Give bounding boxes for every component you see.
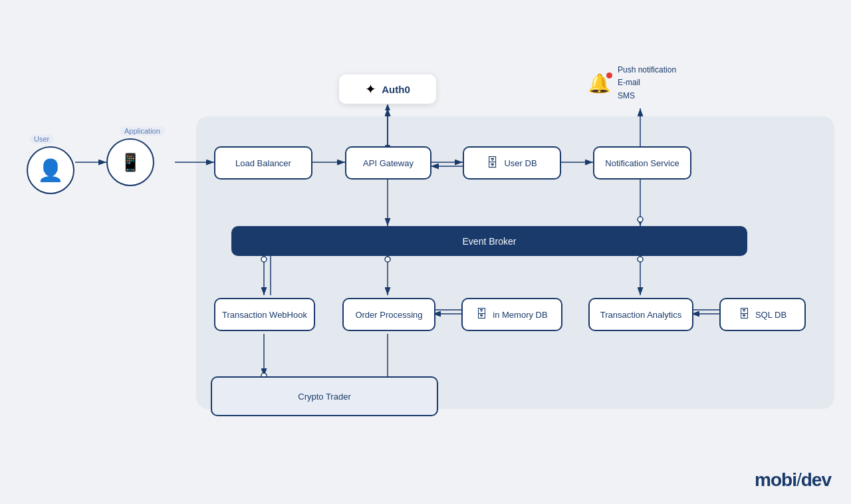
transaction-analytics-node: Transaction Analytics (588, 298, 693, 331)
in-memory-db-node: 🗄 in Memory DB (461, 298, 562, 331)
bell-icon-container: 🔔 (588, 72, 611, 94)
auth0-label: Auth0 (382, 84, 410, 95)
logo-dev: dev (801, 469, 831, 490)
diagram-container: 🔔 Push notification E-mail SMS ✦ Auth0 U… (0, 0, 851, 504)
sql-db-label: SQL DB (755, 310, 787, 320)
sql-db-node: 🗄 SQL DB (719, 298, 806, 331)
in-memory-db-label: in Memory DB (493, 310, 547, 320)
crypto-trader-node: Crypto Trader (211, 376, 438, 416)
application-node: 📱 (106, 138, 154, 186)
sql-db-icon: 🗄 (739, 308, 750, 321)
notification-service-label: Notification Service (605, 158, 679, 168)
logo-mobi: mobi (755, 469, 796, 490)
sms-label: SMS (618, 90, 676, 102)
order-processing-label: Order Processing (355, 310, 422, 320)
mobidev-logo: mobi/dev (755, 469, 831, 491)
transaction-analytics-label: Transaction Analytics (600, 310, 681, 320)
event-broker-node: Event Broker (231, 226, 747, 256)
phone-icon: 📱 (120, 152, 141, 173)
person-icon: 👤 (37, 158, 64, 183)
api-gateway-node: API Gateway (345, 146, 431, 180)
crypto-trader-label: Crypto Trader (298, 392, 350, 402)
transaction-webhook-node: Transaction WebHook (214, 298, 315, 331)
auth0-node: ✦ Auth0 (339, 74, 436, 104)
user-db-node: 🗄 User DB (463, 146, 561, 180)
order-processing-node: Order Processing (342, 298, 435, 331)
auth0-star-icon: ✦ (365, 81, 376, 97)
email-label: E-mail (618, 76, 676, 89)
in-memory-db-icon: 🗄 (476, 308, 487, 321)
transaction-webhook-label: Transaction WebHook (222, 310, 307, 320)
user-label: User (29, 134, 54, 144)
notification-service-node: Notification Service (593, 146, 691, 180)
event-broker-label: Event Broker (463, 236, 517, 247)
user-db-icon: 🗄 (487, 156, 499, 170)
notification-info-box: 🔔 Push notification E-mail SMS (577, 60, 695, 106)
user-node: 👤 (27, 146, 74, 194)
load-balancer-label: Load Balancer (235, 158, 291, 168)
api-gateway-label: API Gateway (363, 158, 414, 168)
logo-slash: / (796, 469, 801, 490)
notification-dot (606, 72, 612, 78)
user-db-label: User DB (504, 158, 537, 168)
notification-text: Push notification E-mail SMS (618, 64, 676, 102)
svg-marker-30 (385, 104, 390, 110)
load-balancer-node: Load Balancer (214, 146, 312, 180)
push-notification-label: Push notification (618, 64, 676, 76)
application-label: Application (120, 126, 165, 136)
